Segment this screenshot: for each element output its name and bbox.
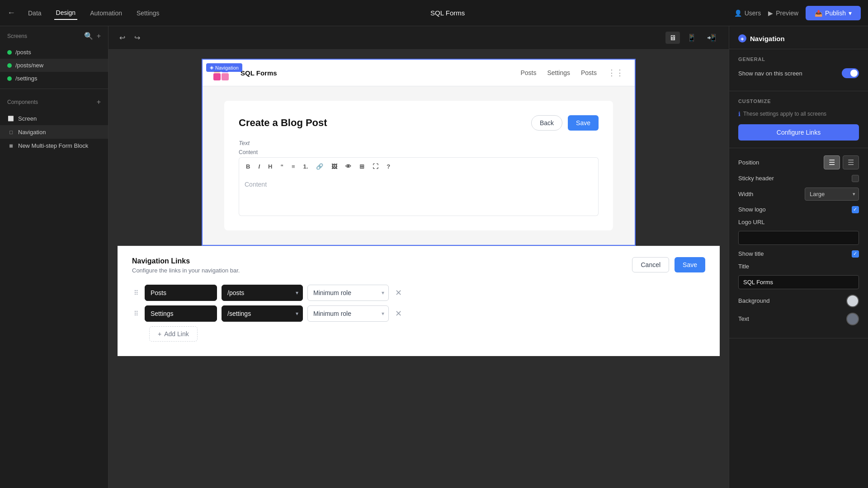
title-row: Title [738,263,859,270]
canvas-area: ↩ ↪ 🖥 📱 📲 ◈ Navigation [108,26,729,488]
quote-button[interactable]: “ [277,161,287,172]
screens-section: Screens 🔍 + [0,26,108,46]
sidebar-item-settings[interactable]: /settings [0,72,108,85]
search-icon-button[interactable]: 🔍 [84,32,93,40]
role-select-2[interactable]: Minimum role Admin Editor [307,305,389,322]
width-row: Width Small Medium Large Full ▾ [738,188,859,201]
screen-dot-posts-new [7,63,12,68]
topbar-right: 👤 Users ▶ Preview 📤 Publish ▾ [734,6,861,20]
logo-square-3 [213,73,221,80]
drag-handle-1[interactable]: ⠿ [132,287,140,298]
canvas-wrapper: ◈ Navigation SQL Forms [108,50,729,488]
background-color-swatch[interactable] [846,295,859,307]
add-component-button[interactable]: + [97,98,101,106]
position-label: Position [738,159,759,166]
component-navigation[interactable]: ◻ Navigation [0,125,108,139]
logo-url-input[interactable] [738,231,859,245]
nav-links-save-button[interactable]: Save [675,257,705,272]
tab-data[interactable]: Data [26,7,43,19]
width-select-wrap: Small Medium Large Full ▾ [805,188,859,201]
sidebar-item-posts[interactable]: /posts [0,46,108,59]
link-path-select-2[interactable]: /posts /posts/new /settings [222,305,303,322]
logo-square-4 [222,73,229,80]
navigation-badge: ◈ Navigation [206,63,242,72]
form-save-button[interactable]: Save [568,115,599,131]
heading-button[interactable]: H [265,161,275,172]
italic-button[interactable]: I [255,161,263,172]
general-section-label: GENERAL [738,56,859,62]
position-buttons: ☰ ☰ [824,155,859,169]
screen-component-icon: ⬜ [7,115,14,122]
app-nav-links: Posts Settings Posts [520,69,597,76]
table-button[interactable]: ⊞ [356,161,368,172]
bullet-list-button[interactable]: ≡ [288,161,298,172]
components-section: Components + [0,93,108,112]
link-path-select-1[interactable]: /posts /posts/new /settings [222,285,303,301]
form-back-button[interactable]: Back [531,115,562,131]
position-right-button[interactable]: ☰ [843,155,859,169]
desktop-view-button[interactable]: 🖥 [665,32,680,44]
right-panel: ◈ Navigation GENERAL Show nav on this sc… [729,26,868,488]
publish-icon: 📤 [815,9,822,17]
sidebar: Screens 🔍 + /posts /posts/new /settings … [0,26,108,488]
link-button[interactable]: 🔗 [313,161,326,172]
sidebar-item-posts-new[interactable]: /posts/new [0,59,108,72]
width-select[interactable]: Small Medium Large Full [805,188,859,201]
screens-title: Screens [7,33,27,39]
remove-link-2-button[interactable]: ✕ [393,307,404,320]
grid-dots-icon: ⋮⋮ [608,68,624,78]
link-name-input-2[interactable] [145,305,217,322]
nav-links-cancel-button[interactable]: Cancel [632,257,669,272]
undo-button[interactable]: ↩ [118,32,127,44]
nav-links-actions: Cancel Save [632,257,705,272]
customize-label: CUSTOMIZE [738,99,859,104]
text-placeholder-label: Text [239,140,599,146]
image-button[interactable]: 🖼 [328,161,340,172]
editor-content[interactable]: Content [239,175,599,216]
add-link-button[interactable]: + Add Link [149,326,198,342]
help-button[interactable]: ? [383,161,393,172]
preview-toggle-button[interactable]: 👁 [342,161,354,172]
form-title: Create a Blog Post [239,117,327,129]
toolbar-undo-redo: ↩ ↪ [118,32,142,44]
text-color-swatch[interactable] [846,313,859,325]
screen-dot-posts [7,50,12,55]
title-input[interactable]: SQL Forms [738,275,859,289]
preview-button[interactable]: ▶ Preview [768,9,798,17]
nav-link-posts-1[interactable]: Posts [520,69,536,76]
fullscreen-button[interactable]: ⛶ [369,161,382,172]
nav-link-posts-2[interactable]: Posts [581,69,597,76]
settings-info-row: ℹ These settings apply to all screens [738,110,859,118]
mobile-view-button[interactable]: 📲 [703,32,720,44]
topbar-left: ← Data Design Automation Settings [7,6,161,20]
screen-dot-settings [7,76,12,81]
component-screen[interactable]: ⬜ Screen [0,112,108,125]
component-form-block[interactable]: ◼ New Multi-step Form Block [0,139,108,152]
show-title-checkbox[interactable] [852,250,859,258]
navigation-panel-icon: ◈ [738,34,746,42]
tab-settings[interactable]: Settings [135,7,161,19]
show-logo-checkbox[interactable] [852,206,859,213]
tablet-view-button[interactable]: 📱 [684,32,700,44]
role-select-1[interactable]: Minimum role Admin Editor [307,285,389,301]
redo-button[interactable]: ↪ [132,32,142,44]
bold-button[interactable]: B [243,161,253,172]
nav-link-settings[interactable]: Settings [547,69,570,76]
drag-handle-2[interactable]: ⠿ [132,308,140,319]
configure-links-button[interactable]: Configure Links [738,124,859,141]
position-row: Position ☰ ☰ [738,155,859,169]
back-button[interactable]: ← [7,8,15,18]
tab-design[interactable]: Design [54,6,78,20]
remove-link-1-button[interactable]: ✕ [393,286,404,300]
app-nav-title: SQL Forms [241,69,277,77]
sticky-header-checkbox[interactable] [852,175,859,182]
users-button[interactable]: 👤 Users [734,9,761,17]
position-left-button[interactable]: ☰ [824,155,840,169]
publish-button[interactable]: 📤 Publish ▾ [806,6,861,20]
text-color-label: Text [738,315,749,322]
show-nav-toggle[interactable] [842,68,859,78]
tab-automation[interactable]: Automation [88,7,124,19]
link-name-input-1[interactable] [145,285,217,301]
add-screen-button[interactable]: + [97,32,101,40]
ordered-list-button[interactable]: 1. [300,161,311,172]
